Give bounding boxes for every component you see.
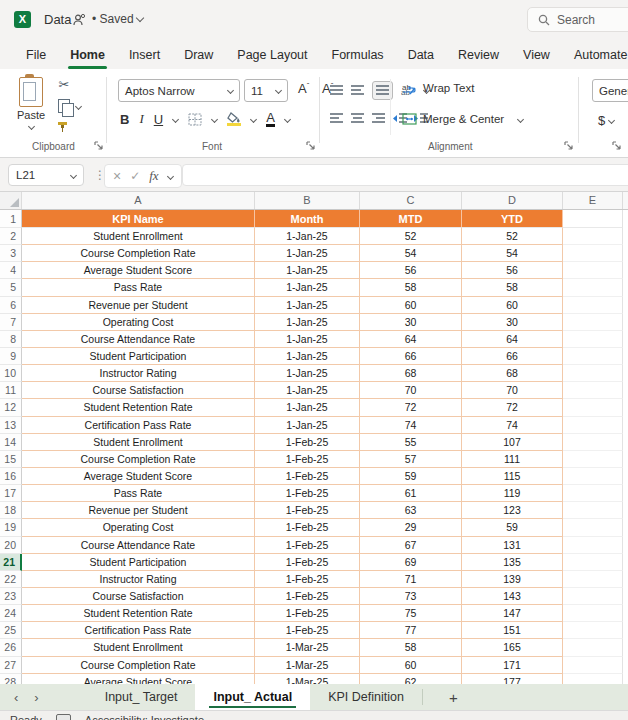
cell-empty[interactable] (563, 382, 623, 399)
cut-icon[interactable]: ✂ (56, 77, 72, 92)
accessibility-status[interactable]: Accessibility: Investigate (85, 714, 204, 720)
cell-mtd[interactable]: 29 (360, 519, 462, 536)
cell-ytd[interactable]: 139 (462, 571, 563, 588)
borders-icon[interactable] (188, 113, 202, 126)
cell-month[interactable]: 1-Feb-25 (255, 554, 360, 571)
cell-kpi-name[interactable]: Certification Pass Rate (22, 622, 255, 639)
cell-mtd[interactable]: 54 (360, 245, 462, 262)
document-title[interactable]: Data (44, 12, 71, 27)
cell-ytd[interactable]: 123 (462, 502, 563, 519)
cell-mtd[interactable]: 66 (360, 348, 462, 365)
align-middle-icon[interactable] (351, 85, 364, 96)
cell-ytd[interactable]: 68 (462, 365, 563, 382)
tab-view[interactable]: View (511, 43, 562, 67)
row-number[interactable]: 1 (0, 210, 22, 228)
sheet-nav-left-icon[interactable]: ‹ (14, 690, 18, 705)
alignment-dialog-launcher-icon[interactable] (564, 141, 574, 151)
cell-empty[interactable] (563, 674, 623, 684)
cell-month[interactable]: 1-Jan-25 (255, 348, 360, 365)
row-number[interactable]: 6 (0, 297, 22, 314)
cell-ytd[interactable]: 143 (462, 588, 563, 605)
row-number[interactable]: 21 (0, 554, 22, 571)
cell-month[interactable]: 1-Jan-25 (255, 399, 360, 416)
cell-empty[interactable] (563, 657, 623, 674)
cell-ytd[interactable]: 107 (462, 434, 563, 451)
cell-month[interactable]: 1-Feb-25 (255, 519, 360, 536)
cell-month[interactable]: 1-Jan-25 (255, 279, 360, 296)
cell-ytd[interactable]: 151 (462, 622, 563, 639)
macro-record-icon[interactable] (56, 714, 71, 720)
cell-month[interactable]: 1-Feb-25 (255, 502, 360, 519)
wrap-text-button[interactable]: ab Wrap Text (402, 82, 474, 94)
cell-month[interactable]: 1-Feb-25 (255, 451, 360, 468)
cell-kpi-name[interactable]: Student Participation (22, 554, 255, 571)
cell-kpi-name[interactable]: Course Attendance Rate (22, 537, 255, 554)
cell-kpi-name[interactable]: Course Satisfaction (22, 588, 255, 605)
cell-kpi-name[interactable]: Course Attendance Rate (22, 331, 255, 348)
cell-kpi-name[interactable]: Average Student Score (22, 674, 255, 684)
cell-mtd[interactable]: 30 (360, 314, 462, 331)
row-number[interactable]: 22 (0, 571, 22, 588)
font-name-select[interactable]: Aptos Narrow (118, 79, 240, 102)
cell-kpi-name[interactable]: Average Student Score (22, 262, 255, 279)
cell-kpi-name[interactable]: Instructor Rating (22, 365, 255, 382)
cell-mtd[interactable]: 58 (360, 279, 462, 296)
cell-mtd[interactable]: 55 (360, 434, 462, 451)
fill-color-icon[interactable] (227, 112, 241, 126)
cell-ytd[interactable]: 58 (462, 279, 563, 296)
cell-empty[interactable] (563, 519, 623, 536)
cell-empty[interactable] (563, 434, 623, 451)
cell-mtd[interactable]: 77 (360, 622, 462, 639)
cell-month[interactable]: 1-Jan-25 (255, 228, 360, 245)
cell-ytd[interactable]: 165 (462, 639, 563, 656)
cell-empty[interactable] (563, 399, 623, 416)
cell-mtd[interactable]: 63 (360, 502, 462, 519)
tab-automate[interactable]: Automate (562, 43, 628, 67)
cell-month[interactable]: 1-Jan-25 (255, 382, 360, 399)
align-center-icon[interactable] (351, 113, 364, 124)
cell-ytd[interactable]: 30 (462, 314, 563, 331)
cell-empty[interactable] (563, 537, 623, 554)
cell-mtd[interactable]: 72 (360, 399, 462, 416)
cell-empty[interactable] (563, 228, 623, 245)
cell-ytd[interactable]: 54 (462, 245, 563, 262)
cell-empty[interactable] (563, 314, 623, 331)
clipboard-dialog-launcher-icon[interactable] (94, 141, 104, 151)
header-cell-kpi-name[interactable]: KPI Name (22, 210, 255, 228)
header-cell-month[interactable]: Month (255, 210, 360, 228)
cell-mtd[interactable]: 60 (360, 297, 462, 314)
excel-logo-icon[interactable]: X (14, 11, 31, 28)
font-color-icon[interactable]: A (266, 111, 275, 127)
tab-insert[interactable]: Insert (117, 43, 172, 67)
row-number[interactable]: 23 (0, 588, 22, 605)
cell-ytd[interactable]: 111 (462, 451, 563, 468)
row-number[interactable]: 17 (0, 485, 22, 502)
font-dialog-launcher-icon[interactable] (306, 141, 316, 151)
cell-mtd[interactable]: 61 (360, 485, 462, 502)
tab-file[interactable]: File (14, 43, 58, 67)
number-dialog-launcher-icon[interactable] (612, 141, 622, 151)
insert-function-icon[interactable]: fx (149, 168, 158, 184)
cell-month[interactable]: 1-Feb-25 (255, 485, 360, 502)
cell-kpi-name[interactable]: Student Enrollment (22, 228, 255, 245)
cell-empty[interactable] (563, 365, 623, 382)
cell-mtd[interactable]: 68 (360, 365, 462, 382)
copy-icon[interactable] (58, 99, 70, 113)
row-number[interactable]: 16 (0, 468, 22, 485)
cell-ytd[interactable]: 72 (462, 399, 563, 416)
cell-month[interactable]: 1-Feb-25 (255, 468, 360, 485)
cell-empty[interactable] (563, 297, 623, 314)
sheet-tab-input-target[interactable]: Input_ Target (87, 684, 196, 710)
sheet-tab-input-actual[interactable]: Input_ Actual (195, 684, 310, 710)
cell-ytd[interactable]: 64 (462, 331, 563, 348)
cell-ytd[interactable]: 56 (462, 262, 563, 279)
add-sheet-button[interactable]: + (423, 684, 484, 710)
cell-mtd[interactable]: 52 (360, 228, 462, 245)
cell-month[interactable]: 1-Feb-25 (255, 434, 360, 451)
cell-ytd[interactable]: 131 (462, 537, 563, 554)
cell-kpi-name[interactable]: Course Completion Rate (22, 245, 255, 262)
row-number[interactable]: 25 (0, 622, 22, 639)
cell-mtd[interactable]: 56 (360, 262, 462, 279)
row-number[interactable]: 9 (0, 348, 22, 365)
cell-kpi-name[interactable]: Revenue per Student (22, 502, 255, 519)
